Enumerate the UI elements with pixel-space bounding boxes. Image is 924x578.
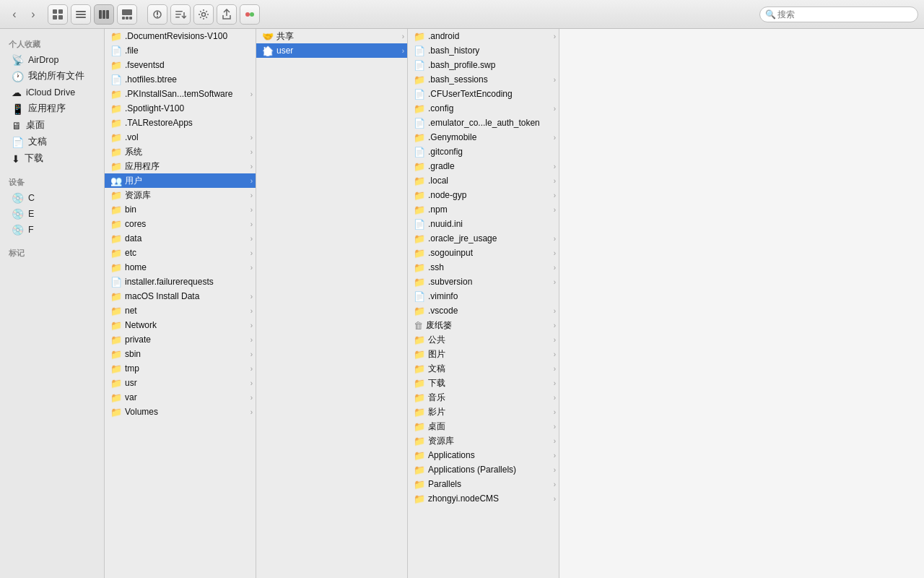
file-item[interactable]: 📁 影片 › [408,405,559,419]
file-item[interactable]: 📁 .subversion › [408,275,559,289]
file-item[interactable]: 📁 .node-gyp › [408,188,559,202]
file-item[interactable]: 📁 data › [105,231,256,246]
sidebar-item-all-files[interactable]: 🕐 我的所有文件 [3,68,101,85]
expand-arrow: › [554,452,556,460]
tags-button[interactable] [240,4,260,25]
svg-rect-3 [58,15,63,20]
file-item[interactable]: 📁 桌面 › [408,419,559,434]
expand-arrow: › [554,480,556,488]
file-item[interactable]: 📁 .fseventsd [105,58,256,72]
file-item[interactable]: 📁 Volumes › [105,405,256,419]
file-name: .nuuid.ini [428,219,556,229]
view-cover-button[interactable] [117,4,137,25]
file-item[interactable]: 📁 private › [105,332,256,347]
folder-icon: 📁 [414,392,425,403]
file-item[interactable]: 📁 .gradle › [408,159,559,173]
forward-button[interactable]: › [25,4,42,25]
file-item[interactable]: 📁 Applications › [408,448,559,462]
file-item[interactable]: 🗑 废纸篓 › [408,318,559,332]
file-item[interactable]: 📁 etc › [105,246,256,260]
folder-icon: 📁 [110,147,122,158]
file-item[interactable]: 📄 .emulator_co...le_auth_token [408,116,559,130]
file-item[interactable]: 📁 .TALRestoreApps [105,116,256,130]
file-item[interactable]: 📁 home › [105,260,256,275]
file-name: .gradle [428,161,551,171]
file-item[interactable]: 📁 .Spotlight-V100 [105,101,256,116]
file-item[interactable]: 📁 资源库 › [408,434,559,448]
file-item[interactable]: 📁 .vscode › [408,303,559,318]
file-item[interactable]: 📁 .android › [408,29,559,43]
file-item[interactable]: 📁 cores › [105,217,256,231]
file-item[interactable]: 📁 Network › [105,318,256,332]
file-item[interactable]: 📁 图片 › [408,347,559,361]
sidebar-item-c[interactable]: 💿 C [3,190,101,206]
file-item[interactable]: 📄 .bash_history [408,43,559,58]
file-item[interactable]: 📁 .ssh › [408,260,559,275]
file-item[interactable]: 📁 文稿 › [408,361,559,376]
file-item[interactable]: 📁 usr › [105,376,256,390]
sidebar-item-e[interactable]: 💿 E [3,206,101,222]
file-item[interactable]: 📁 下载 › [408,376,559,390]
expand-arrow: › [250,264,253,272]
file-item[interactable]: 📄 .viminfo [408,289,559,303]
sidebar-item-airdrop[interactable]: 📡 AirDrop [3,52,101,68]
file-item[interactable]: 📁 .sogouinput › [408,246,559,260]
file-name: usr [125,378,248,388]
file-item[interactable]: 📁 bin › [105,202,256,217]
file-name: .PKInstallSan...temSoftware [125,89,248,99]
file-item[interactable]: 📄 .CFUserTextEncoding [408,87,559,101]
file-item[interactable]: 📁 zhongyi.nodeCMS › [408,491,559,506]
file-item[interactable]: 📁 公共 › [408,332,559,347]
sidebar-item-label: E [28,209,34,219]
file-name: .subversion [428,277,551,287]
action-button[interactable] [147,4,167,25]
file-item[interactable]: 📁 应用程序 › [105,159,256,173]
folder-icon: 👥 [110,176,122,186]
view-icons-button[interactable] [48,4,68,25]
file-item[interactable]: 📄 installer.failurerequests [105,275,256,289]
file-item[interactable]: 📄 .gitconfig [408,144,559,159]
file-item[interactable]: 📁 var › [105,390,256,405]
file-item[interactable]: 📁 net › [105,303,256,318]
sidebar-item-downloads[interactable]: ⬇ 下载 [3,150,101,167]
file-item[interactable]: 🤝 共享 › [256,29,407,43]
file-item[interactable]: 📁 Applications (Parallels) › [408,462,559,477]
file-item[interactable]: 📁 .local › [408,173,559,188]
file-item[interactable]: 📁 系统 › [105,144,256,159]
file-item[interactable]: 📁 .DocumentRevisions-V100 [105,29,256,43]
file-item[interactable]: 👥 用户 › [105,173,256,188]
sidebar-item-documents[interactable]: 📄 文稿 [3,134,101,150]
file-item[interactable]: 📁 .oracle_jre_usage › [408,231,559,246]
sidebar-item-desktop[interactable]: 🖥 桌面 [3,117,101,134]
view-list-button[interactable] [71,4,91,25]
file-item[interactable]: 📁 .npm › [408,202,559,217]
file-item[interactable]: 🏠 user › [256,43,407,58]
downloads-icon: ⬇ [12,153,20,165]
file-item[interactable]: 📄 .nuuid.ini [408,217,559,231]
file-item[interactable]: 📁 .bash_sessions › [408,72,559,87]
svg-rect-15 [157,12,158,15]
sidebar-item-icloud[interactable]: ☁ iCloud Drive [3,85,101,100]
view-columns-button[interactable] [94,4,114,25]
file-item[interactable]: 📁 音乐 › [408,390,559,405]
back-button[interactable]: ‹ [6,4,23,25]
settings-button[interactable] [193,4,214,25]
file-item[interactable]: 📁 Parallels › [408,477,559,491]
file-item[interactable]: 📁 sbin › [105,347,256,361]
search-input[interactable] [759,7,918,22]
file-item[interactable]: 📁 资源库 › [105,188,256,202]
file-item[interactable]: 📁 .config › [408,101,559,116]
file-item[interactable]: 📁 macOS Install Data › [105,289,256,303]
sidebar-item-apps[interactable]: 📱 应用程序 [3,100,101,117]
file-item[interactable]: 📁 .Genymobile › [408,130,559,144]
sidebar-item-f[interactable]: 💿 F [3,222,101,238]
file-item[interactable]: 📄 .file [105,43,256,58]
file-item[interactable]: 📁 tmp › [105,361,256,376]
file-item[interactable]: 📄 .bash_profile.swp [408,58,559,72]
file-item[interactable]: 📄 .hotfiles.btree [105,72,256,87]
file-item[interactable]: 📁 .vol › [105,130,256,144]
expand-arrow: › [554,322,556,329]
sort-button[interactable] [170,4,191,25]
file-item[interactable]: 📁 .PKInstallSan...temSoftware › [105,87,256,101]
share-button[interactable] [217,4,237,25]
